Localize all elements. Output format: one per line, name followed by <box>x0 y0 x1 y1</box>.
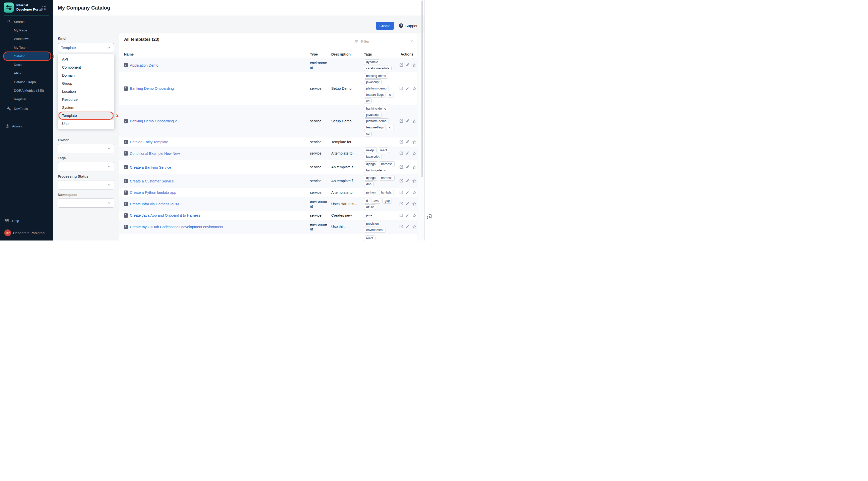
edit-pencil-icon[interactable] <box>406 63 410 68</box>
edit-pencil-icon[interactable] <box>406 190 410 195</box>
template-link[interactable]: Banking Demo Onboarding <box>130 86 174 90</box>
edit-pencil-icon[interactable] <box>406 224 410 229</box>
kind-select[interactable]: Template <box>58 43 114 52</box>
tags-cell: java <box>364 213 398 218</box>
page-title: My Company Catalog <box>58 5 110 11</box>
templates-card: All templates (23) NameTypeDescriptionTa… <box>119 33 417 241</box>
kind-option-component[interactable]: Component <box>58 63 114 71</box>
kind-option-template[interactable]: Template2 <box>58 112 114 120</box>
open-in-new-icon[interactable] <box>399 165 403 170</box>
sidebar-item-catalog[interactable]: Catalog1 <box>4 52 49 60</box>
tag-chip: platform-demo <box>364 118 389 124</box>
star-icon[interactable] <box>412 165 417 170</box>
sidebar-item-my-page[interactable]: My Page <box>0 26 53 34</box>
edit-pencil-icon[interactable] <box>406 202 410 206</box>
description-cell: A template to... <box>331 151 364 156</box>
template-link[interactable]: Create my GitHub Codespaces development … <box>130 225 223 229</box>
edit-pencil-icon[interactable] <box>406 86 410 91</box>
sidebar-item-dora-metrics-sei[interactable]: DORA Metrics (SEI) <box>0 86 53 95</box>
star-icon[interactable] <box>412 213 417 218</box>
sidebar-item-workflows[interactable]: Workflows <box>0 35 53 43</box>
template-link[interactable]: Create a Customer Service <box>130 179 174 183</box>
create-button[interactable]: Create <box>376 22 394 30</box>
tags-cell: tfawsgcpazure <box>364 198 398 210</box>
sidebar-item-docs[interactable]: Docs <box>0 60 53 69</box>
template-link[interactable]: Create Infra via Harness IaCM <box>130 202 179 206</box>
open-in-new-icon[interactable] <box>399 202 403 206</box>
actions-cell <box>398 151 417 156</box>
open-in-new-icon[interactable] <box>399 119 403 124</box>
open-in-new-icon[interactable] <box>399 63 403 68</box>
template-link[interactable]: Create a Banking Service <box>130 166 171 170</box>
kind-option-api[interactable]: API <box>58 55 114 63</box>
open-in-new-icon[interactable] <box>399 140 403 145</box>
edit-pencil-icon[interactable] <box>406 213 410 218</box>
sidebar-item-catalog-graph[interactable]: Catalog Graph <box>0 78 53 86</box>
logo: Internal Developer Portal <box>4 2 43 12</box>
star-icon[interactable] <box>412 179 417 183</box>
edit-pencil-icon[interactable] <box>406 179 410 183</box>
template-link[interactable]: Create a Python lambda app <box>130 190 176 194</box>
sidebar-item-my-team[interactable]: My Team <box>0 43 53 52</box>
open-in-new-icon[interactable] <box>399 213 403 218</box>
kind-filter-label: Kind <box>58 36 66 40</box>
sidebar-item-register[interactable]: Register <box>0 95 53 103</box>
kind-option-domain[interactable]: Domain <box>58 71 114 80</box>
support-button[interactable]: ? Support <box>399 23 419 28</box>
open-in-new-icon[interactable] <box>399 190 403 195</box>
sidebar-item-search[interactable]: Search <box>0 17 53 26</box>
star-icon[interactable] <box>412 63 417 68</box>
tag-chip: cd <box>364 98 372 104</box>
template-link[interactable]: Banking Demo Onboarding 2 <box>130 119 177 123</box>
owner-select[interactable] <box>58 144 114 153</box>
template-link[interactable]: Conditional Example New New <box>130 152 180 156</box>
column-header-tags: Tags <box>364 52 398 56</box>
processing-status-select[interactable] <box>58 180 114 189</box>
sidebar-item-apis[interactable]: APIs <box>0 69 53 78</box>
kind-option-resource[interactable]: Resource <box>58 95 114 103</box>
scrollbar-thumb[interactable] <box>422 0 423 177</box>
star-icon[interactable] <box>412 224 417 229</box>
kind-option-user[interactable]: User <box>58 120 114 128</box>
open-in-new-icon[interactable] <box>399 224 403 229</box>
gear-icon <box>5 124 10 128</box>
template-link[interactable]: Catalog Entity Template <box>130 140 168 144</box>
app-title: Internal Developer Portal <box>16 2 43 12</box>
doc-icon <box>124 225 128 229</box>
chat-launcher-icon[interactable] <box>426 212 433 220</box>
open-in-new-icon[interactable] <box>399 179 403 183</box>
edit-pencil-icon[interactable] <box>406 165 410 170</box>
templates-heading: All templates (23) <box>124 37 159 42</box>
star-icon[interactable] <box>412 86 417 91</box>
user-menu[interactable]: DP Debabrata Panigrahi <box>0 229 53 237</box>
clear-x-icon[interactable] <box>410 39 414 43</box>
tag-chip: dynamic <box>364 59 380 65</box>
sidebar-item-label: DORA Metrics (SEI) <box>14 89 44 92</box>
template-link[interactable]: Application Demo <box>130 63 158 67</box>
sidebar-item-help[interactable]: ? Help <box>0 216 53 225</box>
kind-option-location[interactable]: Location <box>58 87 114 95</box>
open-in-new-icon[interactable] <box>399 86 403 91</box>
star-icon[interactable] <box>412 151 417 156</box>
filter-input[interactable] <box>361 39 410 44</box>
edit-pencil-icon[interactable] <box>406 119 410 124</box>
type-cell: environment <box>310 222 331 231</box>
sidebar-item-admin[interactable]: Admin <box>0 122 53 130</box>
namespace-select[interactable] <box>58 198 114 208</box>
open-in-new-icon[interactable] <box>399 151 403 156</box>
edit-pencil-icon[interactable] <box>406 151 410 156</box>
kind-option-system[interactable]: System <box>58 103 114 112</box>
edit-pencil-icon[interactable] <box>406 140 410 145</box>
star-icon[interactable] <box>412 202 417 206</box>
actions-cell <box>398 224 417 229</box>
star-icon[interactable] <box>412 140 417 145</box>
tags-select[interactable] <box>58 162 114 171</box>
description-cell: A template to... <box>331 190 364 195</box>
template-link[interactable]: Create Java App and Onboard it to Harnes… <box>130 213 200 217</box>
kind-option-group[interactable]: Group <box>58 80 114 87</box>
star-icon[interactable] <box>412 119 417 124</box>
star-icon[interactable] <box>412 190 417 195</box>
sidebar-item-devtools[interactable]: DevTools <box>0 104 53 113</box>
svg-text:?: ? <box>400 24 402 27</box>
apps-grid-icon[interactable] <box>42 6 46 10</box>
